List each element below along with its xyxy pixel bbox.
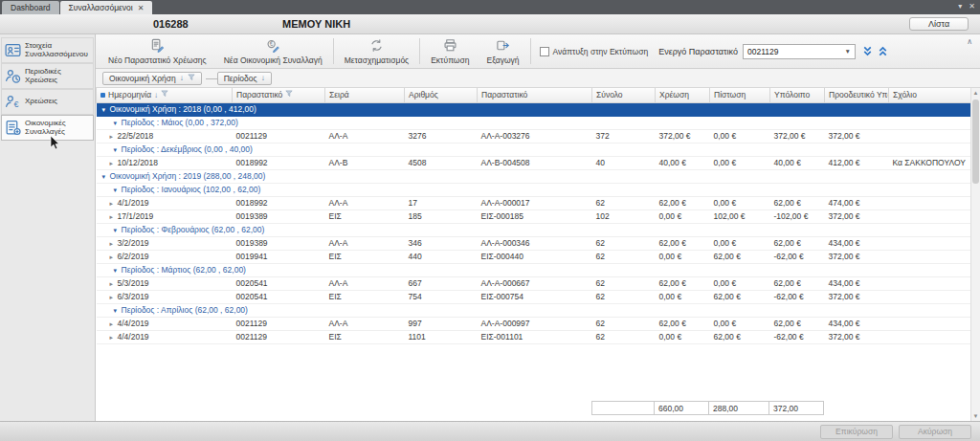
group-chip-2[interactable]: Περίοδος↓ [217, 72, 272, 85]
filter-icon[interactable] [285, 90, 293, 99]
cancel-button[interactable]: Ακύρωση [899, 425, 971, 439]
row-expand-icon[interactable]: ▸ [110, 294, 118, 301]
period-group-row[interactable]: ▾Περίοδος : Δεκέμβριος (0,00 , 40,00) [97, 143, 971, 156]
vertical-scrollbar[interactable]: ▲ ▼ [970, 88, 980, 421]
tab-dashboard[interactable]: Dashboard [2, 1, 59, 14]
sort-ascending-icon[interactable]: ↓ [261, 74, 265, 82]
table-row[interactable]: ▸5/3/20190020541ΑΛ-Α667ΑΛ-Α-0006676262,0… [97, 276, 971, 290]
row-expand-icon[interactable]: ▸ [110, 200, 118, 208]
group-collapse-icon[interactable]: ▾ [114, 187, 122, 194]
collapse-toolbar-icon[interactable]: ∧ [963, 35, 976, 48]
chevron-down-icon[interactable]: ▼ [845, 48, 851, 55]
cell: 62 [592, 330, 656, 343]
period-group-row[interactable]: ▾Περίοδος : Ιανουάριος (102,00 , 62,00) [97, 183, 971, 196]
new-document-icon [150, 38, 165, 55]
scroll-up-icon[interactable]: ▲ [971, 88, 980, 98]
cell: 62,00 € [770, 276, 825, 290]
column-header-label: Χρέωση [659, 90, 689, 99]
confirm-button[interactable]: Επικύρωση [820, 425, 893, 439]
fiscal-group-row[interactable]: ▾Οικονομική Χρήση : 2019 (288,00 , 248,0… [97, 169, 971, 183]
window-pin-icon[interactable]: ▾ [958, 2, 962, 11]
active-document-combobox[interactable]: 0021129 ▼ [743, 44, 856, 59]
group-collapse-icon[interactable]: ▾ [114, 120, 122, 127]
table-row[interactable]: ▸10/12/20180018992ΑΛ-Β4508ΑΛ-Β-004508404… [97, 156, 971, 169]
sidebar-item-4[interactable]: Οικονομικές Συναλλαγές [1, 115, 94, 141]
group-cell: ▾Περίοδος : Ιανουάριος (102,00 , 62,00) [97, 183, 971, 196]
print-expand-checkbox[interactable] [540, 47, 549, 56]
list-button[interactable]: Λίστα [909, 17, 969, 31]
column-header-5[interactable]: Παραστατικό [478, 88, 592, 102]
toolbar-button-4[interactable]: Εκτύπωση [422, 35, 478, 67]
collapse-all-icon[interactable] [875, 35, 890, 67]
sidebar-item-2[interactable]: Περιοδικές Χρεώσεις [1, 63, 94, 89]
column-header-inner: Ημερομηνία↓ [100, 90, 228, 99]
toolbar-button-1[interactable]: Νέο Παραστατικό Χρέωσης [100, 35, 215, 67]
table-row[interactable]: ▸6/3/20190020541ΕΙΣ754ΕΙΣ-000754620,00 €… [97, 290, 971, 303]
row-expand-icon[interactable]: ▸ [110, 213, 118, 221]
period-group-row[interactable]: ▾Περίοδος : Απρίλιος (62,00 , 62,00) [97, 303, 971, 317]
row-expand-icon[interactable]: ▸ [110, 280, 118, 288]
period-group-row[interactable]: ▾Περίοδος : Μάιος (0,00 , 372,00) [97, 116, 971, 129]
group-chip-1[interactable]: Οικονομική Χρήση↓ [102, 72, 202, 85]
scroll-down-icon[interactable]: ▼ [971, 411, 980, 421]
column-header-11[interactable]: Σχόλιο [889, 88, 971, 102]
table-row[interactable]: ▸6/2/20190019941ΕΙΣ440ΕΙΣ-000440620,00 €… [97, 250, 971, 263]
row-expand-icon[interactable]: ▸ [110, 160, 118, 167]
row-expand-icon[interactable]: ▸ [110, 133, 118, 141]
period-group-row[interactable]: ▾Περίοδος : Φεβρουάριος (62,00 , 62,00) [97, 223, 971, 236]
cell: 412,00 € [825, 156, 889, 169]
row-expand-icon[interactable]: ▸ [110, 254, 118, 261]
group-collapse-icon[interactable]: ▾ [102, 173, 110, 181]
table-row[interactable]: ▸17/1/20190019389ΕΙΣ185ΕΙΣ-0001851020,00… [97, 209, 971, 223]
row-expand-icon[interactable]: ▸ [110, 240, 118, 248]
tab-close-icon[interactable]: ✕ [138, 4, 145, 12]
customer-code: 016288 [153, 18, 189, 30]
toolbar-button-5[interactable]: Εξαγωγή [478, 35, 527, 67]
cell: ΑΛ-Α [325, 236, 405, 250]
expand-all-icon[interactable] [859, 35, 875, 67]
scrollbar-track[interactable] [971, 98, 980, 411]
group-collapse-icon[interactable]: ▾ [102, 106, 110, 114]
filter-icon[interactable] [188, 74, 195, 83]
table-row[interactable]: ▸4/4/20190021129ΑΛ-Α997ΑΛ-Α-0009976262,0… [97, 317, 971, 330]
table-row[interactable]: ▸4/4/20190021129ΕΙΣ1101ΕΙΣ-001101620,00 … [97, 330, 971, 343]
column-header-7[interactable]: Χρέωση [656, 88, 710, 102]
cell: 0018992 [233, 196, 325, 209]
column-header-inner: Σειρά [329, 90, 400, 99]
toolbar-button-2[interactable]: €Νέα Οικονομική Συναλλαγή [215, 35, 331, 67]
scrollbar-thumb[interactable] [972, 99, 979, 184]
column-header-10[interactable]: Προοδευτικό Υπόλοιπο [825, 88, 889, 102]
period-group-row[interactable]: ▾Περίοδος : Μάρτιος (62,00 , 62,00) [97, 263, 971, 276]
group-cell: ▾Περίοδος : Δεκέμβριος (0,00 , 40,00) [97, 143, 971, 156]
cell: 372,00 € [770, 129, 825, 143]
column-header-2[interactable]: Παραστατικό [233, 88, 325, 102]
column-header-inner: Χρέωση [659, 90, 705, 99]
group-cell: ▾Περίοδος : Μάιος (0,00 , 372,00) [97, 116, 971, 129]
toolbar-button-3[interactable]: Μετασχηματισμός [336, 35, 417, 67]
column-header-9[interactable]: Υπόλοιπο [770, 88, 825, 102]
column-header-3[interactable]: Σειρά [325, 88, 405, 102]
column-header-6[interactable]: Σύνολο [592, 88, 656, 102]
row-expand-icon[interactable]: ▸ [110, 334, 118, 342]
cell: 40 [592, 156, 656, 169]
row-expand-icon[interactable]: ▸ [110, 320, 118, 328]
sidebar-item-1[interactable]: Στοιχεία Συναλλασσόμενου [1, 37, 94, 63]
column-header-4[interactable]: Αριθμός [405, 88, 478, 102]
column-header-8[interactable]: Πίστωση [710, 88, 770, 102]
group-collapse-icon[interactable]: ▾ [114, 146, 122, 154]
fiscal-group-row[interactable]: ▾Οικονομική Χρήση : 2018 (0,00 , 412,00) [97, 102, 971, 116]
sort-ascending-icon[interactable]: ↓ [154, 91, 158, 99]
table-row[interactable]: ▸3/2/20190019389ΑΛ-Α346ΑΛ-Α-0003466262,0… [97, 236, 971, 250]
sidebar-item-3[interactable]: €Χρεώσεις [1, 89, 94, 115]
filter-icon[interactable] [161, 90, 168, 99]
tab-συναλλασσόμενοι[interactable]: Συναλλασσόμενοι✕ [60, 1, 153, 14]
table-row[interactable]: ▸22/5/20180021129ΑΛ-Α3276ΑΛ-Α-0032763723… [97, 129, 971, 143]
group-collapse-icon[interactable]: ▾ [114, 227, 122, 234]
cell: 0,00 € [710, 317, 770, 330]
table-row[interactable]: ▸4/1/20190018992ΑΛ-Α17ΑΛ-Α-0000176262,00… [97, 196, 971, 209]
group-collapse-icon[interactable]: ▾ [114, 267, 122, 275]
group-collapse-icon[interactable]: ▾ [114, 307, 122, 315]
sort-ascending-icon[interactable]: ↓ [180, 74, 184, 82]
window-close-icon[interactable]: ✕ [969, 2, 975, 11]
column-header-1[interactable]: Ημερομηνία↓ [97, 88, 233, 102]
